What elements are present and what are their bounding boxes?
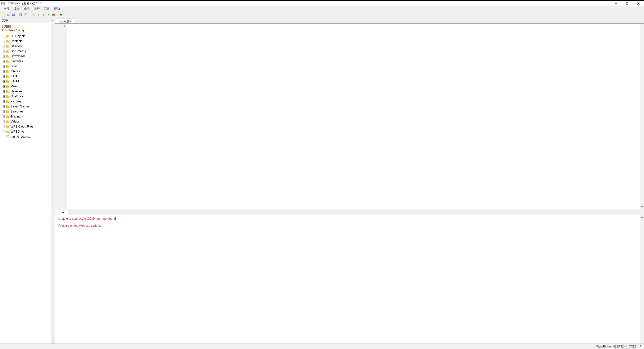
code-editor[interactable] — [67, 24, 640, 209]
step-out-icon[interactable] — [41, 13, 46, 17]
tree-item-label: Links — [11, 65, 18, 68]
expand-icon[interactable] — [3, 55, 6, 58]
open-file-icon[interactable] — [6, 13, 11, 17]
tree-item-label: Desktop — [11, 44, 22, 48]
tree-item[interactable]: mlink1 — [0, 79, 51, 84]
tree-item[interactable]: Favorites — [0, 59, 51, 64]
tree-item[interactable]: Pictures — [0, 99, 51, 104]
shell-body[interactable]: Unable to connect to COM4: port not foun… — [55, 215, 644, 343]
resume-icon[interactable] — [46, 13, 51, 17]
editor-tab-untitled[interactable]: <无标题> — [56, 19, 74, 24]
menu-item-4[interactable]: 工具 — [42, 6, 52, 12]
scroll-up-icon[interactable] — [640, 24, 644, 28]
status-menu-icon[interactable] — [639, 345, 641, 348]
expand-icon[interactable] — [3, 125, 6, 128]
tree-item-label: mlink1 — [11, 80, 19, 83]
maximize-button[interactable] — [621, 1, 633, 6]
expand-icon[interactable] — [3, 50, 6, 53]
tree-item-label: Tracing — [11, 115, 21, 118]
tree-item-label: mlink — [11, 75, 18, 78]
expand-icon[interactable] — [3, 70, 6, 73]
tree-item[interactable]: Videos — [0, 119, 51, 124]
tree-item-label: Searches — [11, 110, 23, 113]
save-file-icon[interactable] — [11, 13, 16, 17]
stop-icon[interactable] — [51, 13, 56, 17]
editor-body: 1 — [55, 23, 644, 209]
folder-icon — [6, 80, 10, 83]
tree-item[interactable]: Desktop — [0, 44, 51, 49]
tree-item[interactable]: Documents — [0, 49, 51, 54]
expand-icon[interactable] — [3, 110, 6, 113]
close-button[interactable] — [633, 1, 644, 6]
status-interpreter[interactable]: MicroPython (ESP32) — [594, 345, 626, 348]
tree-item-label: WPS Cloud Files — [11, 125, 33, 128]
tree-item[interactable]: Netease — [0, 89, 51, 94]
files-sidebar: 文件 此电脑 C: \ Users \ tang 3D ObjectsConta… — [0, 18, 55, 343]
scroll-down-icon[interactable] — [640, 205, 644, 209]
debug-icon[interactable] — [24, 13, 28, 17]
sidebar-scrollbar[interactable] — [51, 23, 55, 343]
tree-item[interactable]: mlink — [0, 74, 51, 79]
scroll-down-icon[interactable] — [640, 339, 644, 343]
svg-rect-12 — [60, 14, 62, 15]
run-icon[interactable] — [19, 13, 23, 17]
menu-item-1[interactable]: 编辑 — [12, 6, 22, 12]
shell-scrollbar[interactable] — [640, 215, 644, 343]
expand-icon[interactable] — [3, 65, 6, 68]
scroll-down-icon[interactable] — [51, 339, 55, 343]
tree-item[interactable]: Contacts — [0, 39, 51, 44]
menu-item-0[interactable]: 文件 — [2, 6, 12, 12]
tree-item[interactable]: Music — [0, 84, 51, 89]
expand-icon[interactable] — [3, 105, 6, 108]
menu-item-5[interactable]: 帮助 — [52, 6, 62, 12]
tree-item[interactable]: Links — [0, 64, 51, 69]
tree-item[interactable]: mumu_boot.txt — [0, 134, 51, 139]
shell-output: Unable to connect to COM4: port not foun… — [58, 217, 641, 341]
expand-icon[interactable] — [3, 75, 6, 78]
expand-icon[interactable] — [3, 80, 6, 83]
expand-icon[interactable] — [3, 95, 6, 98]
expand-icon[interactable] — [3, 90, 6, 93]
expand-icon[interactable] — [3, 45, 6, 48]
tree-item[interactable]: Downloads — [0, 54, 51, 59]
svg-point-10 — [25, 14, 26, 15]
folder-icon — [6, 95, 10, 98]
folder-icon — [6, 70, 10, 73]
tree-item[interactable]: WPSDrive — [0, 129, 51, 134]
shell-tab[interactable]: Shell — [56, 210, 68, 215]
support-ukraine-icon[interactable] — [59, 13, 63, 17]
editor-tab-label: <无标题> — [59, 20, 71, 23]
expand-icon[interactable] — [3, 130, 6, 133]
tree-item[interactable]: Tracing — [0, 114, 51, 119]
expand-icon[interactable] — [3, 120, 6, 123]
expand-icon[interactable] — [3, 60, 6, 63]
editor-scrollbar[interactable] — [640, 24, 644, 209]
file-location-header[interactable]: 此电脑 C: \ Users \ tang — [0, 23, 51, 33]
status-port[interactable]: COM4 — [627, 345, 639, 348]
expand-icon[interactable] — [3, 35, 6, 38]
step-into-icon[interactable] — [36, 13, 41, 17]
tree-item[interactable]: Saved Games — [0, 104, 51, 109]
expand-icon[interactable] — [3, 40, 6, 43]
tree-item[interactable]: WPS Cloud Files — [0, 124, 51, 129]
expand-icon[interactable] — [3, 115, 6, 118]
folder-icon — [6, 39, 10, 43]
expand-icon[interactable] — [3, 85, 6, 88]
tree-item[interactable]: mblock — [0, 69, 51, 74]
panel-options-icon[interactable] — [47, 19, 50, 22]
minimize-button[interactable] — [610, 1, 621, 6]
new-file-icon[interactable] — [1, 13, 6, 17]
scroll-up-icon[interactable] — [640, 215, 644, 219]
expand-icon[interactable] — [3, 100, 6, 103]
tree-item[interactable]: Searches — [0, 109, 51, 114]
folder-icon — [6, 65, 10, 68]
tree-item[interactable]: OneDrive — [0, 94, 51, 99]
tree-item[interactable]: 3D Objects — [0, 34, 51, 39]
menu-item-3[interactable]: 运行 — [32, 6, 42, 12]
menu-item-2[interactable]: 视图 — [22, 6, 32, 12]
svg-rect-2 — [626, 3, 628, 5]
svg-rect-5 — [2, 14, 4, 16]
scroll-up-icon[interactable] — [51, 19, 54, 22]
step-over-icon[interactable] — [31, 13, 36, 17]
shell-panel: Shell Unable to connect to COM4: port no… — [55, 209, 644, 343]
